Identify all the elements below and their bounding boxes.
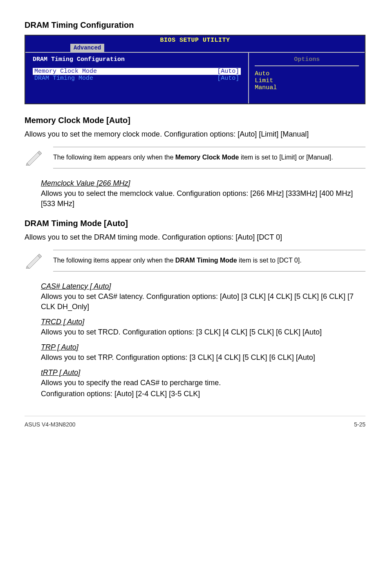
trp-text: Allows you to set TRP. Configuration opt… — [41, 352, 365, 363]
option-manual[interactable]: Manual — [255, 84, 359, 91]
note-text-2: The following items appear only when the… — [53, 250, 365, 271]
trcd-label: TRCD [ Auto] — [41, 318, 365, 326]
dram-timing-mode-desc: Allows you to set the DRAM timing mode. … — [25, 232, 365, 242]
trtp-text-2: Configuration options: [Auto] [2-4 CLK] … — [41, 389, 365, 399]
cas-latency-label: CAS# Latency [ Auto] — [41, 282, 365, 291]
pencil-icon — [25, 250, 53, 270]
section-dram-timing-mode: DRAM Timing Mode [Auto] — [25, 219, 365, 228]
bios-row[interactable]: DRAM Timing Mode [Auto] — [33, 75, 241, 82]
trtp-text-1: Allows you to specify the read CAS# to p… — [41, 378, 365, 388]
bios-row-value: [Auto] — [217, 68, 239, 75]
pencil-icon — [25, 147, 53, 167]
memclock-value-text: Allows you to select the memclock value.… — [41, 189, 365, 209]
note-text-1: The following item appears only when the… — [53, 147, 365, 168]
bios-row-label: DRAM Timing Mode — [34, 75, 93, 82]
options-header: Options — [255, 56, 359, 66]
memclock-value-label: Memclock Value [266 MHz] — [41, 179, 365, 188]
option-limit[interactable]: Limit — [255, 77, 359, 84]
option-auto[interactable]: Auto — [255, 70, 359, 77]
bios-body: DRAM Timing Configuration Memory Clock M… — [25, 52, 365, 103]
trcd-text: Allows you to set TRCD. Configuration op… — [41, 327, 365, 337]
trp-label: TRP [ Auto] — [41, 343, 365, 352]
page-heading-dram-config: DRAM Timing Configuration — [25, 20, 365, 30]
tab-advanced[interactable]: Advanced — [70, 44, 104, 52]
bios-section-heading: DRAM Timing Configuration — [33, 56, 241, 63]
bios-row-selected[interactable]: Memory Clock Mode [Auto] — [33, 68, 241, 75]
page-footer: ASUS V4-M3N8200 5-25 — [25, 416, 365, 428]
footer-right: 5-25 — [354, 421, 365, 428]
bios-left-panel: DRAM Timing Configuration Memory Clock M… — [25, 53, 249, 103]
note-block-1: The following item appears only when the… — [25, 147, 365, 168]
bios-row-label: Memory Clock Mode — [34, 68, 97, 75]
trtp-label: tRTP [ Auto] — [41, 368, 365, 377]
bios-row-value: [Auto] — [217, 75, 239, 82]
note-block-2: The following items appear only when the… — [25, 250, 365, 271]
bios-screen: BIOS SETUP UTILITY Advanced DRAM Timing … — [25, 35, 365, 104]
bios-right-panel: Options Auto Limit Manual — [249, 53, 365, 103]
section-memory-clock-mode: Memory Clock Mode [Auto] — [25, 116, 365, 125]
bios-title: BIOS SETUP UTILITY — [25, 36, 365, 44]
footer-left: ASUS V4-M3N8200 — [25, 421, 76, 428]
memory-clock-mode-desc: Allows you to set the memory clock mode.… — [25, 129, 365, 139]
cas-latency-text: Allows you to set CAS# latency. Configur… — [41, 292, 365, 312]
